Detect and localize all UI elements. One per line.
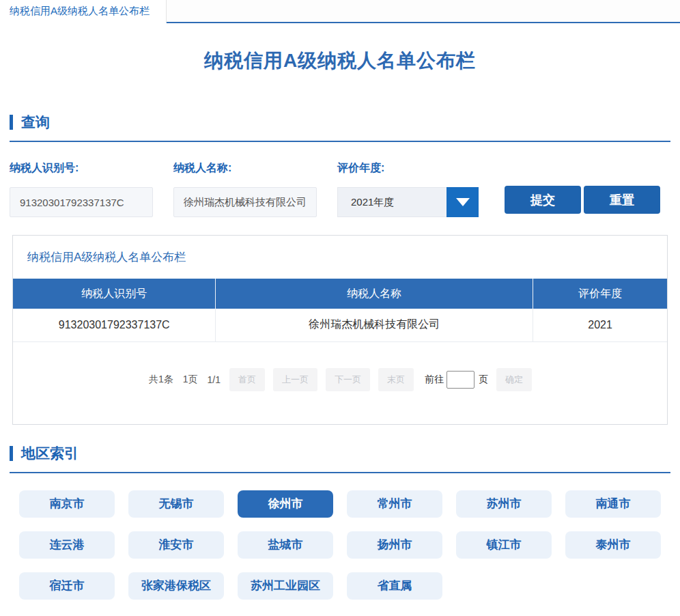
column-header-taxpayer-name: 纳税人名称: [216, 279, 533, 309]
tab-bar: 纳税信用A级纳税人名单公布栏: [0, 0, 680, 23]
cell-taxpayer-name: 徐州瑞杰机械科技有限公司: [216, 309, 533, 341]
region-grid: 南京市 无锡市 徐州市 常州市 苏州市 南通市 连云港 淮安市 盐城市 扬州市 …: [10, 490, 670, 600]
result-table-title: 纳税信用A级纳税人名单公布栏: [13, 236, 667, 279]
year-select-value: 2021年度: [337, 187, 447, 217]
taxpayer-id-field-group: 纳税人识别号:: [10, 161, 173, 217]
year-field-group: 评价年度: 2021年度: [337, 161, 501, 217]
column-header-year: 评价年度: [533, 279, 667, 309]
cell-taxpayer-id: 91320301792337137C: [13, 309, 216, 341]
goto-confirm-button[interactable]: 确定: [496, 368, 532, 391]
page-title: 纳税信用A级纳税人名单公布栏: [0, 48, 680, 74]
taxpayer-id-input[interactable]: [10, 187, 153, 217]
region-button-nanjing[interactable]: 南京市: [19, 490, 115, 518]
region-button-suzhou-industrial-park[interactable]: 苏州工业园区: [238, 572, 333, 600]
region-button-zhangjiagang-ftz[interactable]: 张家港保税区: [128, 572, 224, 600]
tab-underline: [167, 0, 680, 23]
page-unit-label: 页: [479, 374, 488, 386]
pagination-page-count: 1页: [183, 374, 198, 386]
taxpayer-name-input[interactable]: [173, 187, 317, 217]
taxpayer-name-field-group: 纳税人名称:: [173, 161, 337, 217]
region-button-nantong[interactable]: 南通市: [565, 490, 661, 518]
region-section-title: 地区索引: [21, 444, 79, 463]
pagination-current: 1/1: [208, 374, 221, 385]
year-label: 评价年度:: [337, 161, 501, 176]
region-button-yancheng[interactable]: 盐城市: [238, 531, 333, 559]
region-section-header: 地区索引: [10, 444, 670, 463]
goto-page-input[interactable]: [447, 371, 474, 389]
submit-button[interactable]: 提交: [505, 186, 581, 214]
region-button-changzhou[interactable]: 常州市: [347, 490, 442, 518]
section-divider: [10, 141, 670, 142]
cell-year: 2021: [533, 309, 667, 341]
chevron-down-icon: [456, 198, 470, 206]
tab-a-level-taxpayer-list[interactable]: 纳税信用A级纳税人名单公布栏: [0, 0, 167, 23]
region-button-suzhou[interactable]: 苏州市: [456, 490, 552, 518]
prev-page-button[interactable]: 上一页: [273, 368, 317, 391]
pagination: 共1条 1页 1/1 首页 上一页 下一页 末页 前往 页 确定: [13, 342, 667, 424]
column-header-taxpayer-id: 纳税人识别号: [13, 279, 216, 309]
region-button-huaian[interactable]: 淮安市: [128, 531, 224, 559]
last-page-button[interactable]: 末页: [378, 368, 414, 391]
region-button-lianyungang[interactable]: 连云港: [19, 531, 115, 559]
section-bar-icon: [10, 446, 13, 461]
year-select[interactable]: 2021年度: [337, 187, 479, 217]
year-select-arrow-button[interactable]: [447, 187, 479, 217]
region-button-xuzhou[interactable]: 徐州市: [238, 490, 333, 518]
form-buttons: 提交 重置: [505, 186, 660, 214]
result-table: 纳税人识别号 纳税人名称 评价年度 91320301792337137C 徐州瑞…: [13, 279, 667, 342]
query-section-header: 查询: [10, 113, 670, 132]
region-button-suqian[interactable]: 宿迁市: [19, 572, 115, 600]
result-table-card: 纳税信用A级纳税人名单公布栏 纳税人识别号 纳税人名称 评价年度 9132030…: [12, 235, 668, 425]
reset-button[interactable]: 重置: [584, 186, 660, 214]
query-section-title: 查询: [21, 113, 50, 132]
region-button-yangzhou[interactable]: 扬州市: [347, 531, 442, 559]
taxpayer-id-label: 纳税人识别号:: [10, 161, 173, 176]
region-button-province-direct[interactable]: 省直属: [347, 572, 442, 600]
pagination-total: 共1条: [149, 374, 173, 386]
table-row: 91320301792337137C 徐州瑞杰机械科技有限公司 2021: [13, 309, 667, 341]
query-form: 纳税人识别号: 纳税人名称: 评价年度: 2021年度 提交 重置: [10, 161, 670, 217]
first-page-button[interactable]: 首页: [229, 368, 265, 391]
section-divider: [10, 472, 670, 473]
section-bar-icon: [10, 115, 13, 130]
region-button-taizhou[interactable]: 泰州市: [565, 531, 661, 559]
taxpayer-name-label: 纳税人名称:: [173, 161, 337, 176]
region-button-zhenjiang[interactable]: 镇江市: [456, 531, 552, 559]
goto-page-label: 前往: [425, 374, 444, 386]
next-page-button[interactable]: 下一页: [326, 368, 370, 391]
table-header-row: 纳税人识别号 纳税人名称 评价年度: [13, 279, 667, 309]
region-button-wuxi[interactable]: 无锡市: [128, 490, 224, 518]
